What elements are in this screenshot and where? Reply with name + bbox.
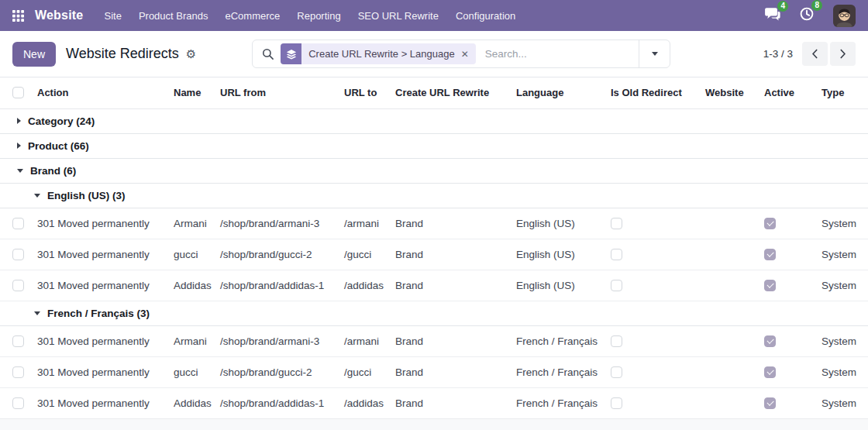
- search-bar[interactable]: Create URL Rewrite > Language ✕: [252, 40, 670, 68]
- cell-url-from: /shop/brand/armani-3: [214, 325, 338, 356]
- cell-action: 301 Moved permanently: [31, 208, 167, 239]
- row-select-checkbox[interactable]: [12, 366, 24, 378]
- cell-url-to: /gucci: [338, 239, 389, 270]
- caret-right-icon: [17, 118, 21, 124]
- apps-grid-icon[interactable]: [12, 10, 24, 22]
- cell-url-from: /shop/brand/gucci-2: [214, 239, 338, 270]
- select-all-checkbox[interactable]: [12, 87, 24, 98]
- search-icon: [262, 48, 274, 60]
- cell-language: French / Français: [510, 387, 604, 418]
- table-row[interactable]: 301 Moved permanentlyArmani/shop/brand/a…: [0, 325, 868, 356]
- app-brand[interactable]: Website: [35, 9, 83, 22]
- is-old-redirect-checkbox: [611, 366, 622, 378]
- cell-name: gucci: [167, 356, 214, 387]
- column-header-type[interactable]: Type: [815, 77, 868, 108]
- active-checkbox: [764, 280, 776, 291]
- caret-down-icon: [34, 311, 40, 315]
- active-checkbox: [764, 366, 776, 378]
- group-label: Category (24): [28, 115, 95, 127]
- row-select-checkbox[interactable]: [12, 280, 24, 291]
- is-old-redirect-checkbox: [611, 280, 622, 291]
- cell-website: [699, 387, 758, 418]
- pager-previous-button[interactable]: [802, 42, 828, 66]
- chevron-left-icon: [811, 49, 818, 59]
- pager-next-button[interactable]: [830, 42, 856, 66]
- column-header-create-url-rewrite[interactable]: Create URL Rewrite: [389, 77, 510, 108]
- cell-url-to: /armani: [338, 325, 389, 356]
- nav-menu-product-brands[interactable]: Product Brands: [130, 0, 217, 31]
- column-header-website[interactable]: Website: [699, 77, 758, 108]
- column-header-is-old-redirect[interactable]: Is Old Redirect: [604, 77, 699, 108]
- cell-language: French / Français: [510, 325, 604, 356]
- group-label: Product (66): [28, 140, 89, 152]
- cell-url-to: /addidas: [338, 270, 389, 301]
- cell-website: [699, 356, 758, 387]
- nav-menu-reporting[interactable]: Reporting: [288, 0, 349, 31]
- row-select-checkbox[interactable]: [12, 397, 24, 409]
- nav-menus: SiteProduct BrandseCommerceReportingSEO …: [95, 0, 524, 31]
- column-header-url-to[interactable]: URL to: [338, 77, 389, 108]
- activities-count-badge: 8: [811, 0, 822, 11]
- group-row[interactable]: Product (66): [0, 133, 868, 158]
- cell-url-from: /shop/brand/gucci-2: [214, 356, 338, 387]
- active-checkbox: [764, 249, 776, 260]
- table-row[interactable]: 301 Moved permanentlyAddidas/shop/brand/…: [0, 387, 868, 418]
- table-row[interactable]: 301 Moved permanentlyAddidas/shop/brand/…: [0, 270, 868, 301]
- column-header-url-from[interactable]: URL from: [214, 77, 338, 108]
- cell-type: System: [815, 270, 868, 301]
- row-select-checkbox[interactable]: [12, 218, 24, 229]
- cell-create-url-rewrite: Brand: [389, 270, 510, 301]
- user-avatar[interactable]: [833, 5, 856, 27]
- column-header-name[interactable]: Name: [167, 77, 214, 108]
- cell-name: gucci: [167, 239, 214, 270]
- group-row[interactable]: Brand (6): [0, 158, 868, 183]
- column-header-language[interactable]: Language: [510, 77, 604, 108]
- row-select-checkbox[interactable]: [12, 335, 24, 347]
- column-header-active[interactable]: Active: [758, 77, 815, 108]
- actions-gear-icon[interactable]: ⚙: [186, 48, 196, 60]
- cell-type: System: [815, 356, 868, 387]
- list-view: Action Name URL from URL to Create URL R…: [0, 77, 868, 418]
- row-select-checkbox[interactable]: [12, 249, 24, 260]
- cell-type: System: [815, 325, 868, 356]
- redirects-table: Action Name URL from URL to Create URL R…: [0, 77, 868, 418]
- cell-name: Armani: [167, 325, 214, 356]
- nav-menu-seo-url-rewrite[interactable]: SEO URL Rewrite: [350, 0, 447, 31]
- table-row[interactable]: 301 Moved permanentlyArmani/shop/brand/a…: [0, 208, 868, 239]
- cell-action: 301 Moved permanently: [31, 325, 167, 356]
- column-header-action[interactable]: Action: [31, 77, 167, 108]
- cell-create-url-rewrite: Brand: [389, 325, 510, 356]
- activities-button[interactable]: 8: [799, 6, 815, 25]
- cell-type: System: [815, 239, 868, 270]
- search-input[interactable]: [484, 47, 639, 60]
- cell-website: [699, 325, 758, 356]
- is-old-redirect-checkbox: [611, 218, 622, 229]
- chevron-right-icon: [839, 49, 846, 59]
- cell-language: English (US): [510, 270, 604, 301]
- cell-action: 301 Moved permanently: [31, 356, 167, 387]
- cell-action: 301 Moved permanently: [31, 239, 167, 270]
- group-by-layers-icon: [281, 43, 301, 64]
- facet-remove-icon[interactable]: ✕: [461, 50, 469, 59]
- messages-button[interactable]: 4: [764, 7, 780, 25]
- cell-website: [699, 208, 758, 239]
- caret-down-icon: [17, 169, 23, 173]
- group-row[interactable]: Category (24): [0, 108, 868, 133]
- nav-menu-configuration[interactable]: Configuration: [447, 0, 524, 31]
- nav-menu-ecommerce[interactable]: eCommerce: [216, 0, 288, 31]
- group-label: Brand (6): [30, 165, 76, 177]
- cell-create-url-rewrite: Brand: [389, 208, 510, 239]
- cell-create-url-rewrite: Brand: [389, 387, 510, 418]
- new-button[interactable]: New: [12, 42, 56, 67]
- cell-action: 301 Moved permanently: [31, 270, 167, 301]
- table-row[interactable]: 301 Moved permanentlygucci/shop/brand/gu…: [0, 239, 868, 270]
- cell-name: Armani: [167, 208, 214, 239]
- group-row[interactable]: French / Français (3): [0, 301, 868, 325]
- search-facet-groupby: Create URL Rewrite > Language ✕: [281, 43, 476, 64]
- group-row[interactable]: English (US) (3): [0, 183, 868, 208]
- nav-menu-site[interactable]: Site: [95, 0, 129, 31]
- is-old-redirect-checkbox: [611, 249, 622, 260]
- cell-name: Addidas: [167, 270, 214, 301]
- table-row[interactable]: 301 Moved permanentlygucci/shop/brand/gu…: [0, 356, 868, 387]
- search-options-toggle[interactable]: [639, 40, 670, 67]
